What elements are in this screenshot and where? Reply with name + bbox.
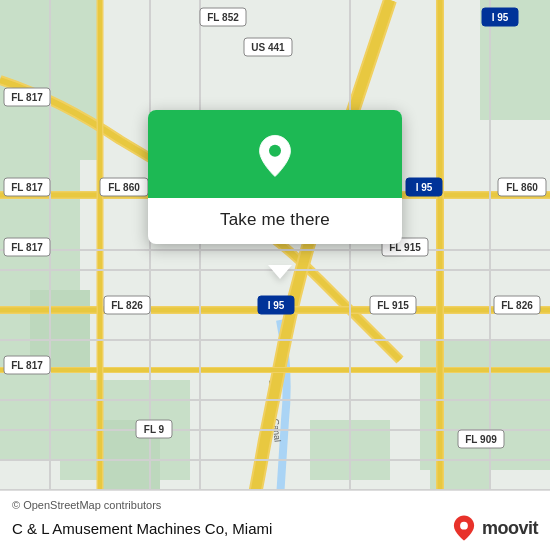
popup-tail (268, 265, 292, 279)
svg-text:I 95: I 95 (416, 182, 433, 193)
moovit-brand-icon (450, 514, 478, 542)
osm-attribution: © OpenStreetMap contributors (12, 499, 538, 511)
svg-text:FL 817: FL 817 (11, 182, 43, 193)
popup-card: Take me there (148, 110, 402, 244)
svg-text:FL 860: FL 860 (108, 182, 140, 193)
svg-text:FL 826: FL 826 (111, 300, 143, 311)
map-container: Biscayne Canal (0, 0, 550, 550)
popup-header (148, 110, 402, 198)
take-me-there-button[interactable]: Take me there (220, 210, 330, 230)
svg-text:FL 9: FL 9 (144, 424, 165, 435)
svg-text:FL 915: FL 915 (377, 300, 409, 311)
svg-point-70 (460, 522, 468, 530)
svg-text:FL 817: FL 817 (11, 360, 43, 371)
svg-text:I 95: I 95 (492, 12, 509, 23)
svg-text:I 95: I 95 (268, 300, 285, 311)
svg-point-69 (269, 145, 281, 157)
bottom-bar: © OpenStreetMap contributors C & L Amuse… (0, 490, 550, 550)
svg-text:FL 909: FL 909 (465, 434, 497, 445)
svg-text:FL 817: FL 817 (11, 92, 43, 103)
svg-text:FL 817: FL 817 (11, 242, 43, 253)
svg-text:US 441: US 441 (251, 42, 285, 53)
location-name: C & L Amusement Machines Co, Miami (12, 520, 272, 537)
moovit-logo: moovit (450, 514, 538, 542)
svg-text:FL 860: FL 860 (506, 182, 538, 193)
svg-text:FL 852: FL 852 (207, 12, 239, 23)
svg-text:FL 826: FL 826 (501, 300, 533, 311)
location-name-row: C & L Amusement Machines Co, Miami moovi… (12, 514, 538, 542)
location-pin-icon (251, 132, 299, 180)
moovit-brand-text: moovit (482, 518, 538, 539)
popup-footer: Take me there (148, 198, 402, 244)
